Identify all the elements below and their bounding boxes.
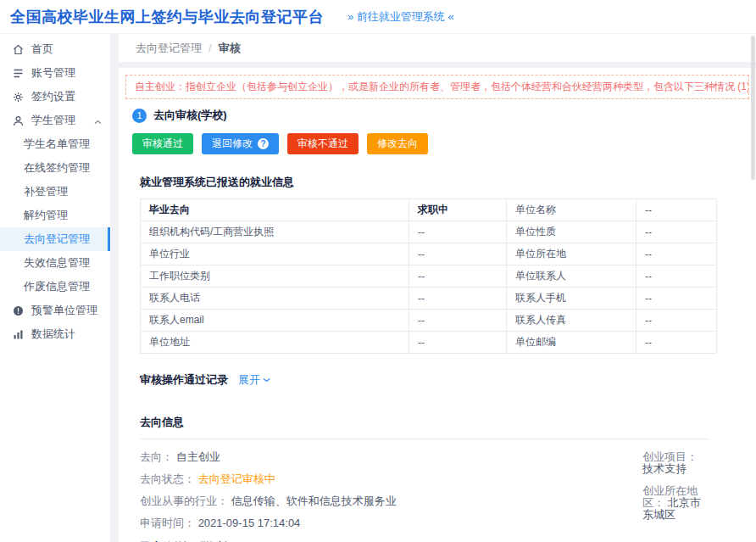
sidebar-item-student-list[interactable]: 学生名单管理 xyxy=(0,132,110,156)
chevron-down-icon xyxy=(263,377,270,383)
audit-record-row: 审核操作通过记录 展开 xyxy=(140,372,709,388)
sidebar-item-label: 签约设置 xyxy=(31,89,75,104)
audit-step: 1 去向审核(学校) xyxy=(132,108,749,123)
sidebar-item-signing-settings[interactable]: 签约设置 xyxy=(0,85,110,109)
cell-value: -- xyxy=(409,221,507,243)
sidebar-subitem-label: 在线签约管理 xyxy=(24,160,90,176)
breadcrumb-parent[interactable]: 去向登记管理 xyxy=(136,41,202,56)
modify-destination-button-label: 修改去向 xyxy=(377,137,418,151)
sidebar-item-online-signing[interactable]: 在线签约管理 xyxy=(0,156,110,180)
home-icon xyxy=(13,44,24,55)
top-header: 全国高校毕业生网上签约与毕业去向登记平台 » 前往就业管理系统 « xyxy=(0,0,756,34)
cell-label: 单位名称 xyxy=(507,199,636,221)
chevron-up-icon xyxy=(94,115,102,127)
detail-value: 信息传输、软件和信息技术服务业 xyxy=(231,495,397,507)
table-row: 毕业去向 求职中 单位名称 -- xyxy=(141,199,717,221)
cell-label: 联系人传真 xyxy=(507,310,636,332)
detail-value: 自主创业 xyxy=(176,450,220,463)
cell-value: -- xyxy=(636,288,717,310)
sidebar-item-invalid-info[interactable]: 失效信息管理 xyxy=(0,251,110,275)
reject-button-label: 审核不通过 xyxy=(297,137,348,151)
cell-label: 组织机构代码/工商营业执照 xyxy=(141,221,409,243)
scrollbar-track xyxy=(751,35,756,542)
cell-value: 求职中 xyxy=(409,199,507,221)
sidebar-item-supplementary[interactable]: 补登管理 xyxy=(0,180,110,204)
main-area: 去向登记管理 / 审核 自主创业：指创立企业（包括参与创立企业），或是新企业的所… xyxy=(110,34,756,542)
sidebar-subitem-label: 解约管理 xyxy=(24,208,68,223)
cell-label: 单位地址 xyxy=(141,332,409,354)
step-label: 去向审核(学校) xyxy=(153,108,227,123)
settings-icon xyxy=(13,92,24,103)
cell-value: -- xyxy=(636,265,717,288)
sidebar-item-termination[interactable]: 解约管理 xyxy=(0,204,110,227)
stats-icon xyxy=(13,329,24,340)
action-buttons: 审核通过 退回修改 ? 审核不通过 修改去向 xyxy=(132,133,749,154)
audit-record-title: 审核操作通过记录 xyxy=(140,372,228,388)
breadcrumb-separator: / xyxy=(208,42,212,54)
modify-destination-button[interactable]: 修改去向 xyxy=(367,133,428,154)
approve-button-label: 审核通过 xyxy=(142,137,183,151)
question-circle-icon: ? xyxy=(258,138,269,149)
detail-project: 创业项目： 技术支持 xyxy=(642,451,709,475)
expand-toggle-label: 展开 xyxy=(238,372,260,388)
warning-icon xyxy=(13,305,24,316)
table-row: 单位行业 -- 单位所在地 -- xyxy=(141,243,717,265)
cell-label: 单位联系人 xyxy=(507,265,636,288)
sidebar-item-accounts[interactable]: 账号管理 xyxy=(0,61,110,85)
sidebar: 首页 账号管理 签约设置 学生管理 学生名单管理 在线签 xyxy=(0,34,110,542)
detail-label: 去向： xyxy=(140,450,173,463)
sidebar-item-home[interactable]: 首页 xyxy=(0,37,110,61)
cell-value: -- xyxy=(409,265,507,288)
sidebar-subitem-label: 失效信息管理 xyxy=(24,255,90,271)
sidebar-item-destination-registration[interactable]: 去向登记管理 xyxy=(0,227,110,251)
sidebar-item-voided-info[interactable]: 作废信息管理 xyxy=(0,275,110,299)
return-modify-button[interactable]: 退回修改 ? xyxy=(202,133,279,154)
sidebar-item-students[interactable]: 学生管理 xyxy=(0,109,110,132)
destination-info-title: 去向信息 xyxy=(140,415,709,430)
expand-toggle[interactable]: 展开 xyxy=(238,372,270,388)
divider xyxy=(140,439,709,439)
reject-button[interactable]: 审核不通过 xyxy=(287,133,359,154)
detail-apply-time: 申请时间： 2021-09-15 17:14:04 xyxy=(140,517,709,529)
cell-label: 联系人电话 xyxy=(141,288,409,310)
scrollbar-thumb[interactable] xyxy=(751,36,755,180)
status-badge: 去向登记审核中 xyxy=(198,472,275,485)
employment-system-link[interactable]: » 前往就业管理系统 « xyxy=(347,9,454,25)
sidebar-item-label: 数据统计 xyxy=(31,327,75,342)
table-row: 工作职位类别 -- 单位联系人 -- xyxy=(141,265,717,288)
students-icon xyxy=(13,115,24,126)
sidebar-subitem-label: 补登管理 xyxy=(24,184,68,199)
table-row: 联系人电话 -- 联系人手机 -- xyxy=(141,288,717,310)
cell-label: 单位邮编 xyxy=(507,332,636,354)
employment-info-table: 毕业去向 求职中 单位名称 -- 组织机构代码/工商营业执照 -- 单位性质 -… xyxy=(140,198,717,354)
return-modify-button-label: 退回修改 xyxy=(212,137,253,151)
sidebar-item-warning-units[interactable]: 预警单位管理 xyxy=(0,299,110,322)
sidebar-item-label: 首页 xyxy=(31,42,53,57)
cell-label: 工作职位类别 xyxy=(141,265,409,288)
sidebar-item-label: 预警单位管理 xyxy=(31,303,97,318)
cell-value: -- xyxy=(636,199,717,221)
cell-label: 单位所在地 xyxy=(507,243,636,265)
cell-label: 联系人email xyxy=(141,310,409,332)
sidebar-subitem-label: 去向登记管理 xyxy=(24,232,90,247)
approve-button[interactable]: 审核通过 xyxy=(132,133,193,154)
cell-value: -- xyxy=(409,310,507,332)
sidebar-subitem-label: 学生名单管理 xyxy=(24,137,90,152)
destination-details-right: 创业项目： 技术支持 创业所在地区： 北京市东城区 xyxy=(642,451,709,531)
detail-region: 创业所在地区： 北京市东城区 xyxy=(642,485,709,521)
step-number-badge: 1 xyxy=(132,109,147,123)
cell-value: -- xyxy=(636,243,717,265)
cell-value: -- xyxy=(409,332,507,354)
detail-label: 去向状态： xyxy=(140,472,195,485)
detail-value: 技术支持 xyxy=(642,462,687,475)
detail-value: 2021-09-15 17:14:04 xyxy=(198,517,301,529)
sidebar-item-label: 账号管理 xyxy=(31,65,75,81)
cell-value: -- xyxy=(636,310,717,332)
detail-label: 创业从事的行业： xyxy=(140,495,228,507)
cell-value: -- xyxy=(636,332,717,354)
sidebar-item-statistics[interactable]: 数据统计 xyxy=(0,322,110,346)
cell-label: 联系人手机 xyxy=(507,288,636,310)
detail-label: 创业项目： xyxy=(642,450,698,463)
content-panel: 自主创业：指创立企业（包括参与创立企业），或是新企业的所有者、管理者，包括个体经… xyxy=(119,68,756,542)
breadcrumb-current: 审核 xyxy=(219,41,241,56)
